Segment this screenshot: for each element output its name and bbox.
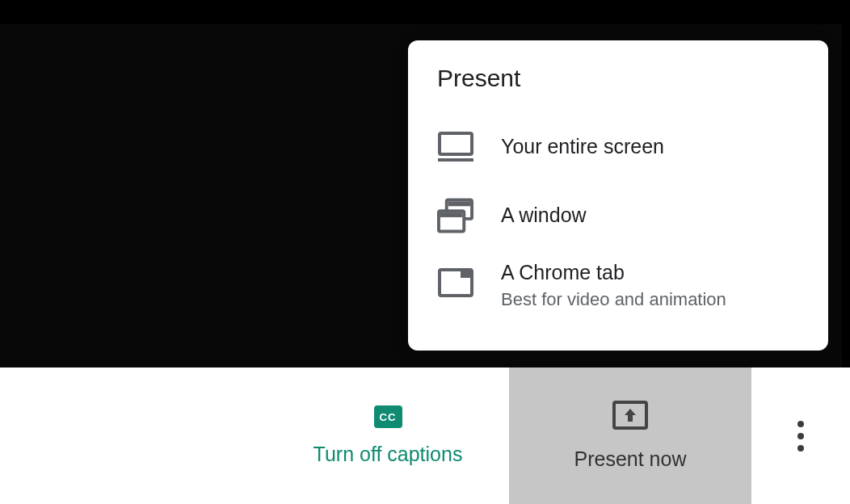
menu-item-label: A window: [501, 202, 587, 229]
present-menu-title: Present: [408, 57, 828, 112]
present-option-window[interactable]: A window: [408, 181, 828, 250]
closed-captions-icon: CC: [374, 405, 402, 428]
turn-off-captions-button[interactable]: CC Turn off captions: [267, 368, 509, 504]
present-to-screen-icon: [612, 401, 648, 433]
more-options-button[interactable]: [751, 368, 850, 504]
monitor-icon: [437, 128, 473, 165]
present-now-button[interactable]: Present now: [509, 368, 751, 504]
svg-rect-1: [438, 158, 473, 162]
toolbar-spacer: [0, 368, 267, 504]
svg-rect-0: [440, 133, 472, 154]
tab-icon: [437, 264, 473, 300]
present-option-chrome-tab[interactable]: A Chrome tab Best for video and animatio…: [408, 250, 828, 326]
present-option-entire-screen[interactable]: Your entire screen: [408, 112, 828, 181]
present-menu: Present Your entire screen A window: [408, 40, 828, 351]
menu-item-sublabel: Best for video and animation: [501, 289, 726, 310]
more-vertical-icon: [797, 421, 804, 452]
svg-rect-3: [448, 201, 470, 206]
menu-item-label: A Chrome tab: [501, 259, 726, 286]
present-button-label: Present now: [574, 447, 687, 471]
svg-rect-5: [440, 212, 462, 217]
window-stack-icon: [437, 197, 473, 233]
right-border: [842, 0, 850, 368]
window-top-bar: [0, 0, 850, 24]
captions-button-label: Turn off captions: [313, 443, 463, 466]
bottom-toolbar: CC Turn off captions Present now: [0, 368, 850, 504]
menu-item-label: Your entire screen: [501, 133, 664, 160]
svg-rect-7: [461, 270, 472, 278]
